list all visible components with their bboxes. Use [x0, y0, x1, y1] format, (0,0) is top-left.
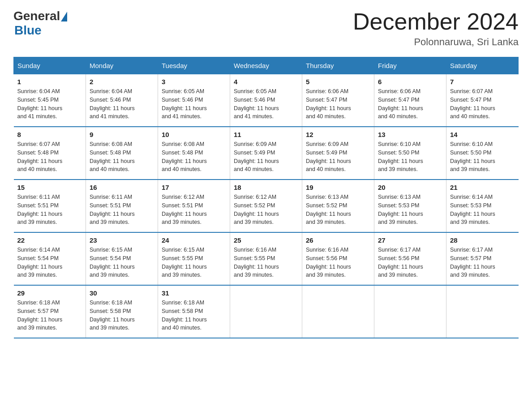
calendar-cell: 5 Sunrise: 6:06 AM Sunset: 5:47 PM Dayli… [302, 74, 374, 127]
day-number: 9 [90, 131, 154, 138]
calendar-cell [302, 285, 374, 338]
day-info: Sunrise: 6:05 AM Sunset: 5:46 PM Dayligh… [162, 87, 226, 121]
calendar-cell: 14 Sunrise: 6:10 AM Sunset: 5:50 PM Dayl… [446, 127, 519, 180]
calendar-week-row: 1 Sunrise: 6:04 AM Sunset: 5:45 PM Dayli… [14, 74, 519, 127]
header-tuesday: Tuesday [158, 57, 230, 74]
calendar-cell: 27 Sunrise: 6:17 AM Sunset: 5:56 PM Dayl… [374, 232, 446, 285]
page-header: General Blue December 2024 Polonnaruwa, … [13, 9, 519, 48]
day-info: Sunrise: 6:12 AM Sunset: 5:52 PM Dayligh… [234, 193, 298, 227]
day-info: Sunrise: 6:14 AM Sunset: 5:53 PM Dayligh… [450, 193, 515, 227]
day-number: 25 [234, 236, 298, 244]
calendar-cell: 20 Sunrise: 6:13 AM Sunset: 5:53 PM Dayl… [374, 180, 446, 232]
calendar-cell: 1 Sunrise: 6:04 AM Sunset: 5:45 PM Dayli… [14, 74, 86, 127]
day-number: 20 [378, 184, 442, 191]
header-sunday: Sunday [14, 57, 86, 74]
day-number: 16 [90, 184, 154, 191]
day-info: Sunrise: 6:11 AM Sunset: 5:51 PM Dayligh… [17, 193, 82, 227]
day-info: Sunrise: 6:10 AM Sunset: 5:50 PM Dayligh… [450, 140, 515, 174]
calendar-cell: 13 Sunrise: 6:10 AM Sunset: 5:50 PM Dayl… [374, 127, 446, 180]
calendar-cell: 11 Sunrise: 6:09 AM Sunset: 5:49 PM Dayl… [230, 127, 302, 180]
day-number: 5 [306, 78, 370, 86]
day-info: Sunrise: 6:04 AM Sunset: 5:46 PM Dayligh… [90, 87, 154, 121]
day-info: Sunrise: 6:18 AM Sunset: 5:58 PM Dayligh… [90, 299, 154, 332]
calendar-cell: 2 Sunrise: 6:04 AM Sunset: 5:46 PM Dayli… [86, 74, 158, 127]
day-info: Sunrise: 6:13 AM Sunset: 5:52 PM Dayligh… [306, 193, 370, 227]
location-subtitle: Polonnaruwa, Sri Lanka [353, 36, 519, 48]
day-info: Sunrise: 6:06 AM Sunset: 5:47 PM Dayligh… [306, 87, 370, 121]
day-number: 3 [162, 78, 226, 86]
calendar-cell: 4 Sunrise: 6:05 AM Sunset: 5:46 PM Dayli… [230, 74, 302, 127]
day-info: Sunrise: 6:08 AM Sunset: 5:48 PM Dayligh… [162, 140, 226, 174]
logo-triangle-icon [61, 12, 67, 21]
calendar-cell: 28 Sunrise: 6:17 AM Sunset: 5:57 PM Dayl… [446, 232, 519, 285]
day-number: 18 [234, 184, 298, 191]
day-info: Sunrise: 6:15 AM Sunset: 5:55 PM Dayligh… [162, 246, 226, 279]
day-number: 1 [17, 78, 82, 86]
calendar-cell: 21 Sunrise: 6:14 AM Sunset: 5:53 PM Dayl… [446, 180, 519, 232]
calendar-cell: 8 Sunrise: 6:07 AM Sunset: 5:48 PM Dayli… [14, 127, 86, 180]
day-info: Sunrise: 6:04 AM Sunset: 5:45 PM Dayligh… [17, 87, 82, 121]
day-number: 28 [450, 236, 515, 244]
title-block: December 2024 Polonnaruwa, Sri Lanka [353, 9, 519, 48]
calendar-cell: 26 Sunrise: 6:16 AM Sunset: 5:56 PM Dayl… [302, 232, 374, 285]
day-info: Sunrise: 6:07 AM Sunset: 5:48 PM Dayligh… [17, 140, 82, 174]
calendar-cell: 24 Sunrise: 6:15 AM Sunset: 5:55 PM Dayl… [158, 232, 230, 285]
day-info: Sunrise: 6:16 AM Sunset: 5:55 PM Dayligh… [234, 246, 298, 279]
day-info: Sunrise: 6:15 AM Sunset: 5:54 PM Dayligh… [90, 246, 154, 279]
day-info: Sunrise: 6:16 AM Sunset: 5:56 PM Dayligh… [306, 246, 370, 279]
day-number: 21 [450, 184, 515, 191]
calendar-header-row: SundayMondayTuesdayWednesdayThursdayFrid… [14, 57, 519, 74]
calendar-cell [446, 285, 519, 338]
calendar-cell: 29 Sunrise: 6:18 AM Sunset: 5:57 PM Dayl… [14, 285, 86, 338]
calendar-cell: 30 Sunrise: 6:18 AM Sunset: 5:58 PM Dayl… [86, 285, 158, 338]
calendar-cell: 9 Sunrise: 6:08 AM Sunset: 5:48 PM Dayli… [86, 127, 158, 180]
day-number: 19 [306, 184, 370, 191]
calendar-week-row: 29 Sunrise: 6:18 AM Sunset: 5:57 PM Dayl… [14, 285, 519, 338]
calendar-cell [230, 285, 302, 338]
logo-blue-text: Blue [14, 23, 42, 38]
calendar-cell: 16 Sunrise: 6:11 AM Sunset: 5:51 PM Dayl… [86, 180, 158, 232]
calendar-cell: 22 Sunrise: 6:14 AM Sunset: 5:54 PM Dayl… [14, 232, 86, 285]
day-info: Sunrise: 6:14 AM Sunset: 5:54 PM Dayligh… [17, 246, 82, 279]
day-number: 7 [450, 78, 515, 86]
day-info: Sunrise: 6:11 AM Sunset: 5:51 PM Dayligh… [90, 193, 154, 227]
day-number: 4 [234, 78, 298, 86]
day-info: Sunrise: 6:09 AM Sunset: 5:49 PM Dayligh… [306, 140, 370, 174]
calendar-cell: 10 Sunrise: 6:08 AM Sunset: 5:48 PM Dayl… [158, 127, 230, 180]
calendar-cell: 7 Sunrise: 6:07 AM Sunset: 5:47 PM Dayli… [446, 74, 519, 127]
calendar-cell: 18 Sunrise: 6:12 AM Sunset: 5:52 PM Dayl… [230, 180, 302, 232]
calendar-cell [374, 285, 446, 338]
calendar-cell: 25 Sunrise: 6:16 AM Sunset: 5:55 PM Dayl… [230, 232, 302, 285]
day-number: 10 [162, 131, 226, 138]
day-info: Sunrise: 6:05 AM Sunset: 5:46 PM Dayligh… [234, 87, 298, 121]
header-thursday: Thursday [302, 57, 374, 74]
calendar-cell: 31 Sunrise: 6:18 AM Sunset: 5:58 PM Dayl… [158, 285, 230, 338]
logo-general-text: General [13, 9, 60, 23]
header-monday: Monday [86, 57, 158, 74]
header-friday: Friday [374, 57, 446, 74]
day-info: Sunrise: 6:18 AM Sunset: 5:57 PM Dayligh… [17, 299, 82, 332]
day-number: 31 [162, 289, 226, 297]
calendar-week-row: 22 Sunrise: 6:14 AM Sunset: 5:54 PM Dayl… [14, 232, 519, 285]
day-number: 29 [17, 289, 82, 297]
day-info: Sunrise: 6:07 AM Sunset: 5:47 PM Dayligh… [450, 87, 515, 121]
day-number: 30 [90, 289, 154, 297]
day-info: Sunrise: 6:18 AM Sunset: 5:58 PM Dayligh… [162, 299, 226, 332]
day-info: Sunrise: 6:17 AM Sunset: 5:57 PM Dayligh… [450, 246, 515, 279]
day-number: 11 [234, 131, 298, 138]
day-info: Sunrise: 6:06 AM Sunset: 5:47 PM Dayligh… [378, 87, 442, 121]
calendar-cell: 3 Sunrise: 6:05 AM Sunset: 5:46 PM Dayli… [158, 74, 230, 127]
day-info: Sunrise: 6:17 AM Sunset: 5:56 PM Dayligh… [378, 246, 442, 279]
day-number: 17 [162, 184, 226, 191]
calendar-cell: 17 Sunrise: 6:12 AM Sunset: 5:51 PM Dayl… [158, 180, 230, 232]
day-number: 12 [306, 131, 370, 138]
day-number: 14 [450, 131, 515, 138]
header-saturday: Saturday [446, 57, 519, 74]
day-number: 13 [378, 131, 442, 138]
day-number: 22 [17, 236, 82, 244]
calendar-week-row: 8 Sunrise: 6:07 AM Sunset: 5:48 PM Dayli… [14, 127, 519, 180]
calendar-table: SundayMondayTuesdayWednesdayThursdayFrid… [13, 57, 519, 338]
calendar-cell: 6 Sunrise: 6:06 AM Sunset: 5:47 PM Dayli… [374, 74, 446, 127]
day-number: 27 [378, 236, 442, 244]
calendar-cell: 23 Sunrise: 6:15 AM Sunset: 5:54 PM Dayl… [86, 232, 158, 285]
